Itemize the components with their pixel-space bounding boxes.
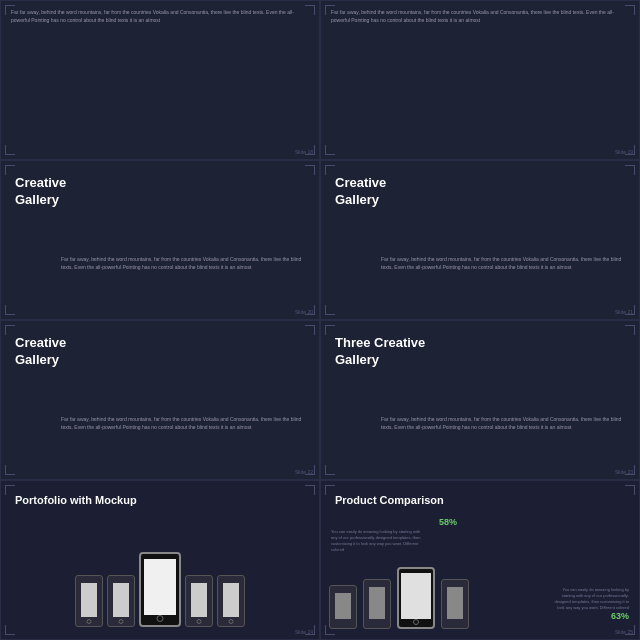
- corner-tr: [305, 165, 315, 175]
- corner-tl: [5, 165, 15, 175]
- slide-number: Slide 23: [615, 469, 633, 475]
- slide-body-text: Far far away, behind the word mountains,…: [381, 256, 631, 271]
- slide-title: Product Comparison: [335, 493, 629, 507]
- slide-22: CreativeGallery Far far away, behind the…: [0, 320, 320, 480]
- slide-number: Slide 25: [615, 629, 633, 635]
- corner-tl: [325, 165, 335, 175]
- comp-phone-3: [441, 579, 469, 629]
- corner-tl: [325, 325, 335, 335]
- comp-phone-center: [397, 567, 435, 629]
- slide-19: Far far away, behind the word mountains,…: [320, 0, 640, 160]
- phone-mockup-4: [217, 575, 245, 627]
- corner-tl: [5, 325, 15, 335]
- phone-mockup-1: [75, 575, 103, 627]
- corner-bl: [325, 145, 335, 155]
- pct-63-label: 63%: [611, 611, 629, 621]
- phone-mockup-center: [139, 552, 181, 627]
- slide-body-text: Far far away, behind the word mountains,…: [61, 416, 311, 431]
- mockup-phones: [9, 552, 311, 627]
- corner-bl: [5, 305, 15, 315]
- slide-body-text: Far far away, behind the word mountains,…: [331, 9, 629, 24]
- corner-tr: [625, 485, 635, 495]
- corner-bl: [5, 145, 15, 155]
- slide-20: CreativeGallery Far far away, behind the…: [0, 160, 320, 320]
- slide-body-text: Far far away, behind the word mountains,…: [11, 9, 309, 24]
- comp-phone-1: [329, 585, 357, 629]
- slide-number: Slide 22: [295, 469, 313, 475]
- slide-title: CreativeGallery: [15, 175, 309, 209]
- slide-body-text: Far far away, behind the word mountains,…: [61, 256, 311, 271]
- slide-title: Portofolio with Mockup: [15, 493, 309, 507]
- pct-58-label: 58%: [439, 517, 457, 527]
- slide-24: Portofolio with Mockup Slide 24: [0, 480, 320, 640]
- slide-title: CreativeGallery: [15, 335, 309, 369]
- corner-bl: [5, 465, 15, 475]
- corner-tl: [325, 485, 335, 495]
- comparison-text-right: You can easily do amazing looking by sta…: [549, 587, 629, 611]
- slide-title: Three CreativeGallery: [335, 335, 629, 369]
- slide-21: CreativeGallery Far far away, behind the…: [320, 160, 640, 320]
- corner-bl: [325, 305, 335, 315]
- slide-number: Slide 21: [615, 309, 633, 315]
- corner-tr: [625, 165, 635, 175]
- slide-number: Slide 20: [295, 309, 313, 315]
- slide-18: Far far away, behind the word mountains,…: [0, 0, 320, 160]
- slide-25: Product Comparison You can easily do ama…: [320, 480, 640, 640]
- corner-tr: [625, 325, 635, 335]
- slide-23: Three CreativeGallery Far far away, behi…: [320, 320, 640, 480]
- phone-mockup-2: [107, 575, 135, 627]
- corner-bl: [325, 465, 335, 475]
- comp-phone-2: [363, 579, 391, 629]
- slide-number: Slide 24: [295, 629, 313, 635]
- corner-tr: [305, 485, 315, 495]
- slide-number: Slide 19: [615, 149, 633, 155]
- slide-body-text: Far far away, behind the word mountains,…: [381, 416, 631, 431]
- slide-title: CreativeGallery: [335, 175, 629, 209]
- comparison-text-left: You can easily do amazing looking by sta…: [331, 529, 421, 553]
- slide-number: Slide 18: [295, 149, 313, 155]
- corner-tr: [305, 325, 315, 335]
- corner-tl: [5, 485, 15, 495]
- phone-mockup-3: [185, 575, 213, 627]
